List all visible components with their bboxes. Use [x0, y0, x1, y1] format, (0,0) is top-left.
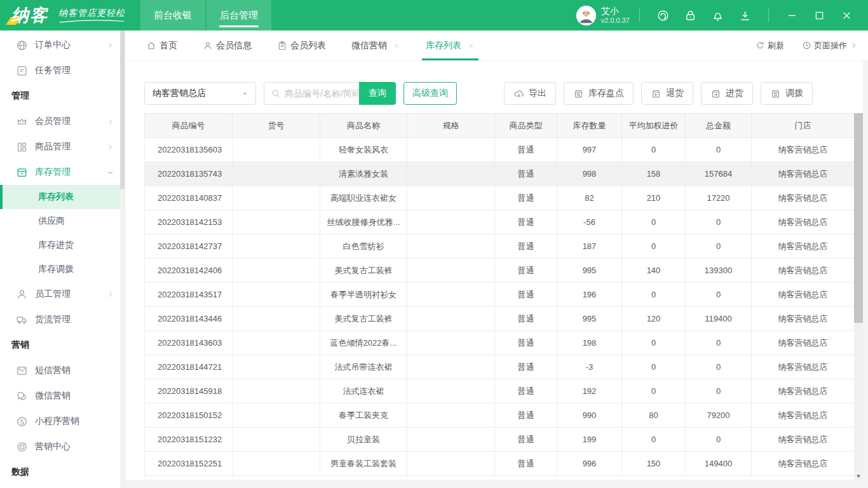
store-select[interactable]: 纳客营销总店: [144, 82, 256, 105]
sidebar-item-order-center[interactable]: 订单中心: [0, 32, 125, 58]
sidebar-item-logistics-management[interactable]: 货流管理: [0, 307, 125, 332]
tab-inventory-list[interactable]: 库存列表: [426, 30, 475, 60]
sidebar-item-task-management[interactable]: 任务管理: [0, 58, 125, 83]
sidebar-scrollbar[interactable]: [120, 30, 125, 488]
sidebar-item-inventory-management[interactable]: 库存管理: [0, 159, 125, 185]
sidebar-item-product-management[interactable]: 商品管理: [0, 134, 125, 159]
table-row[interactable]: 20220318142737白色雪纺衫普通18700纳客营销总店: [145, 234, 855, 259]
table-cell: [233, 307, 320, 331]
stocktake-icon: [573, 88, 584, 99]
sidebar-item-label: 员工管理: [35, 288, 71, 300]
sidebar-item-wechat-marketing[interactable]: 微信营销: [0, 383, 125, 409]
sidebar-item-label: 任务管理: [35, 65, 71, 76]
bottom-gutter: [125, 480, 868, 488]
tab-close-icon[interactable]: [467, 42, 475, 50]
caret-down-icon: [241, 90, 249, 98]
scrollbar-down-button[interactable]: ▼: [854, 471, 863, 480]
table-cell: 20220318145918: [145, 379, 233, 403]
table-cell: 80: [622, 403, 686, 428]
table-cell: [233, 355, 320, 379]
sidebar-subitem-inventory-list[interactable]: 库存列表: [0, 185, 125, 209]
export-label: 导出: [529, 88, 546, 99]
download-icon[interactable]: [738, 9, 752, 22]
query-button[interactable]: 查询: [359, 82, 396, 105]
export-button[interactable]: 导出: [504, 82, 556, 105]
minimize-icon[interactable]: [786, 10, 798, 22]
table-cell: [407, 452, 495, 476]
sidebar-item-staff-management[interactable]: 员工管理: [0, 281, 125, 307]
table-row[interactable]: 20220318135743清素淡雅女装普通998158157684纳客营销总店: [145, 162, 855, 186]
table-cell: 清素淡雅女装: [320, 162, 407, 186]
table-cell: 995: [557, 259, 622, 283]
purchase-button[interactable]: 进货: [701, 82, 753, 105]
lock-icon[interactable]: [684, 9, 697, 22]
app-logo: 纳客: [11, 0, 48, 30]
table-cell: [407, 428, 495, 452]
table-row[interactable]: 20220318140837高端职业连衣裙女普通8221017220纳客营销总店: [145, 186, 855, 210]
column-header: 商品编号: [145, 114, 233, 138]
advanced-query-button[interactable]: 高级查询: [403, 82, 457, 105]
table-cell: 20220318144721: [145, 355, 233, 379]
table-cell: 普通: [495, 186, 557, 210]
tab-close-icon[interactable]: [393, 42, 400, 50]
table-cell: 20220318143517: [145, 283, 233, 307]
toolbar-action-buttons: 导出库存盘点退货进货调拨: [457, 82, 813, 105]
header-nav-backend-admin[interactable]: 后台管理: [207, 0, 271, 30]
table-row[interactable]: 20220318150152春季工装夹克普通9908079200纳客营销总店: [145, 403, 855, 428]
tab-member-info[interactable]: 会员信息: [203, 30, 252, 60]
chevron-right-icon: [106, 290, 114, 299]
table-cell: 0: [622, 138, 686, 162]
return-goods-button[interactable]: 退货: [641, 82, 693, 105]
service-icon[interactable]: [656, 9, 670, 22]
table-row[interactable]: 20220318142406美式复古工装裤普通995140139300纳客营销总…: [145, 259, 855, 283]
table-cell: 美式复古工装裤: [320, 307, 407, 331]
table-cell: 82: [557, 186, 622, 210]
table-scrollbar[interactable]: ▼: [854, 113, 863, 480]
maximize-icon[interactable]: [813, 10, 825, 22]
table-cell: 149400: [686, 452, 752, 476]
tab-home[interactable]: 首页: [146, 30, 177, 60]
page-ops-button[interactable]: 页面操作: [802, 40, 858, 51]
table-cell: [233, 331, 320, 355]
table-row[interactable]: 20220318145918法式连衣裙普通19200纳客营销总店: [145, 379, 855, 403]
table-row[interactable]: 20220318142153丝绒收腰修身优雅...普通-5600纳客营销总店: [145, 210, 855, 234]
inventory-table-wrap: 商品编号货号商品名称规格商品类型库存数量平均加权进价总金额门店 20220318…: [144, 113, 854, 480]
refresh-button[interactable]: 刷新: [756, 40, 784, 51]
table-row[interactable]: 20220318143603蓝色倾情2022春...普通19800纳客营销总店: [145, 331, 855, 355]
table-row[interactable]: 20220318144721法式吊带连衣裙普通-300纳客营销总店: [145, 355, 855, 379]
table-row[interactable]: 20220318135603轻奢女装风衣普通99700纳客营销总店: [145, 138, 855, 162]
window-controls: [778, 9, 860, 21]
logo-text: 纳客: [11, 6, 48, 25]
sidebar-subitem-inventory-purchase[interactable]: 库存进货: [0, 233, 125, 257]
avatar[interactable]: [576, 6, 596, 25]
table-cell: [407, 234, 495, 259]
table-row[interactable]: 20220318152251男童春装工装套装普通996150149400纳客营销…: [145, 452, 855, 476]
table-cell: 纳客营销总店: [752, 355, 855, 379]
sidebar-item-sms-marketing[interactable]: 短信营销: [0, 358, 125, 383]
sidebar-item-statistics-report[interactable]: 统计报表: [0, 485, 125, 488]
tab-member-list[interactable]: 会员列表: [277, 30, 326, 60]
sidebar-item-marketing-center[interactable]: 营销中心: [0, 434, 125, 459]
sidebar-subitem-supplier[interactable]: 供应商: [0, 209, 125, 233]
page-tabs: 首页会员信息会员列表微信营销库存列表: [146, 30, 500, 60]
sidebar-item-miniapp-marketing[interactable]: 小程序营销: [0, 409, 125, 434]
table-cell: 20220318151232: [145, 428, 233, 452]
sidebar-scrollbar-thumb[interactable]: [120, 30, 125, 189]
table-cell: 0: [686, 379, 752, 403]
transfer-button[interactable]: 调拨: [761, 82, 813, 105]
table-row[interactable]: 20220318143446美式复古工装裤普通995120119400纳客营销总…: [145, 307, 855, 331]
notification-icon[interactable]: [711, 9, 724, 22]
header-nav-front-cashier[interactable]: 前台收银: [140, 0, 205, 30]
search-input[interactable]: [285, 88, 359, 98]
tab-wechat-marketing[interactable]: 微信营销: [351, 30, 400, 60]
box-icon: [16, 166, 28, 179]
column-header: 规格: [407, 114, 495, 138]
sidebar-subitem-inventory-transfer[interactable]: 库存调拨: [0, 257, 125, 281]
table-row[interactable]: 20220318143517春季半透明衬衫女普通19600纳客营销总店: [145, 283, 855, 307]
stocktake-button[interactable]: 库存盘点: [564, 82, 634, 105]
sidebar-item-member-management[interactable]: 会员管理: [0, 109, 125, 134]
close-icon[interactable]: [841, 10, 853, 22]
table-row[interactable]: 20220318151232贝拉童装普通19900纳客营销总店: [145, 428, 855, 452]
scrollbar-thumb[interactable]: [854, 113, 863, 323]
table-cell: 纳客营销总店: [752, 379, 855, 403]
